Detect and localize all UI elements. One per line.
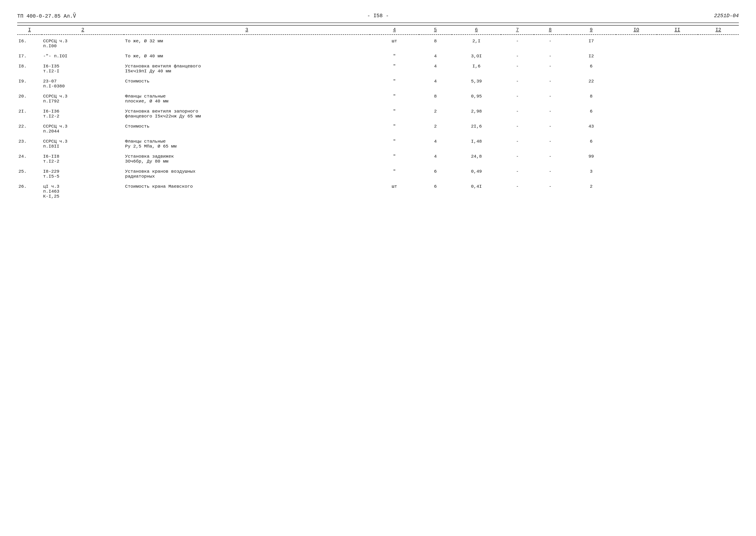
row-col4: " — [370, 105, 419, 120]
row-ref: цI ч.3п.I463К-I,25 — [42, 180, 124, 200]
row-col7: - — [501, 180, 534, 200]
row-col11 — [657, 180, 698, 200]
row-ref: 23-07п.I-0380 — [42, 75, 124, 90]
row-col11 — [657, 105, 698, 120]
row-col5: 8 — [419, 35, 452, 50]
row-col8: - — [534, 50, 567, 60]
row-col8: - — [534, 135, 567, 150]
col-header-1: I — [17, 25, 42, 35]
row-ref: I6-II8т.I2-2 — [42, 150, 124, 165]
row-col7: - — [501, 90, 534, 105]
row-num: 2I. — [17, 105, 42, 120]
row-col12 — [698, 120, 739, 135]
table-row: 25. I8-229т.I5-5 Установка кранов воздуш… — [17, 165, 739, 180]
row-col8: - — [534, 105, 567, 120]
row-col11 — [657, 120, 698, 135]
row-desc: Стоимость — [124, 75, 370, 90]
row-col7: - — [501, 50, 534, 60]
row-col8: - — [534, 75, 567, 90]
col-header-8: 8 — [534, 25, 567, 35]
row-col6: 2I,6 — [452, 120, 501, 135]
row-ref: I6-I35т.I2-I — [42, 60, 124, 75]
row-ref: ССРСЦ ч.3п.I8II — [42, 135, 124, 150]
col-header-2: 2 — [42, 25, 124, 35]
row-col5: 2 — [419, 105, 452, 120]
row-col4: " — [370, 150, 419, 165]
row-desc: Фланцы стальныеплоские, Ø 40 мм — [124, 90, 370, 105]
row-col11 — [657, 135, 698, 150]
table-row: I6. ССРСЦ ч.3п.I00 То же, Ø 32 мм шт 8 2… — [17, 35, 739, 50]
row-col11 — [657, 90, 698, 105]
row-col4: " — [370, 60, 419, 75]
row-num: 22. — [17, 120, 42, 135]
row-col5: 4 — [419, 50, 452, 60]
row-col9: 99 — [567, 150, 616, 165]
row-col11 — [657, 150, 698, 165]
row-col6: 3,OI — [452, 50, 501, 60]
col-header-11: II — [657, 25, 698, 35]
row-desc: Установка задвижек3Oч6бр, Ду 80 мм — [124, 150, 370, 165]
row-desc: Фланцы стальныеРу 2,5 МПа, Ø 65 мм — [124, 135, 370, 150]
row-col6: 0,49 — [452, 165, 501, 180]
row-col7: - — [501, 120, 534, 135]
table-row: I9. 23-07п.I-0380 Стоимость " 4 5,39 - -… — [17, 75, 739, 90]
table-row: I8. I6-I35т.I2-I Установка вентиля фланц… — [17, 60, 739, 75]
row-col8: - — [534, 90, 567, 105]
col-header-10: IO — [616, 25, 657, 35]
row-ref: ССРСЦ ч.3п.I00 — [42, 35, 124, 50]
row-col8: - — [534, 165, 567, 180]
row-col11 — [657, 35, 698, 50]
row-col4: " — [370, 75, 419, 90]
row-col12 — [698, 35, 739, 50]
row-col10 — [616, 35, 657, 50]
row-col6: I,48 — [452, 135, 501, 150]
row-desc: Установка вентиля запорногофланцевого I5… — [124, 105, 370, 120]
table-row: 20. ССРСЦ ч.3п.I792 Фланцы стальныеплоск… — [17, 90, 739, 105]
row-num: 23. — [17, 135, 42, 150]
row-col9: I7 — [567, 35, 616, 50]
row-ref: I6-I36т.I2-2 — [42, 105, 124, 120]
row-num: 25. — [17, 165, 42, 180]
row-col4: шт — [370, 35, 419, 50]
row-col4: шт — [370, 180, 419, 200]
row-col10 — [616, 165, 657, 180]
row-col12 — [698, 150, 739, 165]
row-col10 — [616, 120, 657, 135]
row-col8: - — [534, 150, 567, 165]
table-row: I7. -"- п.IOI То же, Ø 40 мм " 4 3,OI - … — [17, 50, 739, 60]
row-col5: 6 — [419, 165, 452, 180]
col-header-3: 3 — [124, 25, 370, 35]
row-col5: 2 — [419, 120, 452, 135]
row-col11 — [657, 165, 698, 180]
row-desc: Стоимость — [124, 120, 370, 135]
row-col9: I2 — [567, 50, 616, 60]
row-num: 26. — [17, 180, 42, 200]
table-row: 22. ССРСЦ ч.3п.2044 Стоимость " 2 2I,6 -… — [17, 120, 739, 135]
row-ref: -"- п.IOI — [42, 50, 124, 60]
row-col12 — [698, 180, 739, 200]
row-col7: - — [501, 75, 534, 90]
row-col6: 0,4I — [452, 180, 501, 200]
row-desc: То же, Ø 40 мм — [124, 50, 370, 60]
row-col9: 43 — [567, 120, 616, 135]
table-row: 23. ССРСЦ ч.3п.I8II Фланцы стальныеРу 2,… — [17, 135, 739, 150]
row-num: 20. — [17, 90, 42, 105]
table-row: 24. I6-II8т.I2-2 Установка задвижек3Oч6б… — [17, 150, 739, 165]
page-doc-number: 2251D-04 — [714, 13, 739, 19]
row-col6: 24,8 — [452, 150, 501, 165]
row-col10 — [616, 50, 657, 60]
row-col10 — [616, 60, 657, 75]
row-col9: 22 — [567, 75, 616, 90]
row-col8: - — [534, 35, 567, 50]
row-col4: " — [370, 120, 419, 135]
row-col7: - — [501, 35, 534, 50]
row-col10 — [616, 150, 657, 165]
row-col5: 4 — [419, 60, 452, 75]
row-col11 — [657, 60, 698, 75]
row-num: I8. — [17, 60, 42, 75]
row-col6: 2,I — [452, 35, 501, 50]
row-num: I6. — [17, 35, 42, 50]
row-col4: " — [370, 50, 419, 60]
main-table: I 2 3 4 5 6 7 8 9 IO II I2 I6. ССРСЦ ч.3… — [17, 25, 739, 200]
row-col11 — [657, 75, 698, 90]
